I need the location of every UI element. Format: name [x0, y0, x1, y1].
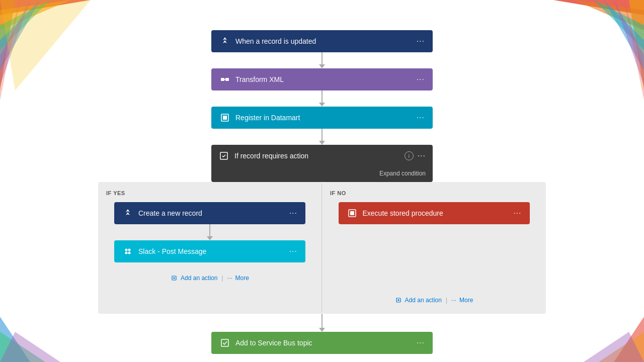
- connector-line-4: [321, 314, 323, 328]
- condition-header-left: If record requires action: [218, 150, 308, 161]
- info-icon[interactable]: i: [405, 151, 414, 160]
- slack-more[interactable]: ···: [289, 247, 297, 256]
- svg-point-30: [125, 249, 128, 251]
- no-add-action-btn[interactable]: Add an action: [391, 295, 446, 306]
- branch-yes-connector-arrow: [207, 236, 213, 240]
- svg-point-31: [128, 249, 131, 251]
- svg-rect-38: [350, 211, 354, 215]
- yes-add-action-label: Add an action: [181, 275, 217, 282]
- service-bus-node[interactable]: Add to Service Bus topic ···: [211, 332, 433, 354]
- svg-rect-26: [223, 116, 227, 120]
- execute-more[interactable]: ···: [513, 209, 521, 218]
- branch-no-actions: Add an action | ··· More: [391, 224, 477, 306]
- connector-line-2: [321, 90, 323, 103]
- connector-3: [319, 129, 325, 145]
- condition-header-right: i ···: [405, 151, 426, 160]
- svg-point-33: [128, 252, 131, 254]
- transform-label: Transform XML: [235, 75, 284, 83]
- condition-expand[interactable]: Expand condition: [211, 167, 433, 182]
- svg-marker-28: [126, 209, 130, 212]
- execute-icon: [347, 208, 358, 219]
- condition-more[interactable]: ···: [418, 151, 426, 160]
- svg-rect-42: [221, 339, 228, 346]
- connector-line-3: [321, 129, 323, 141]
- slack-left: Slack - Post Message: [122, 246, 206, 257]
- transform-icon: [219, 74, 230, 85]
- flow-container: When a record is updated ··· Transform X…: [0, 0, 644, 362]
- yes-add-action-btn[interactable]: Add an action: [167, 273, 221, 284]
- transform-node[interactable]: Transform XML ···: [211, 68, 433, 90]
- condition-label: If record requires action: [234, 152, 308, 160]
- create-record-left: Create a new record: [122, 208, 202, 219]
- transform-more[interactable]: ···: [417, 75, 425, 84]
- slack-icon: [122, 246, 133, 257]
- slack-label: Slack - Post Message: [138, 247, 206, 255]
- branch-no: IF NO Execute stored procedure ···: [322, 182, 546, 314]
- register-label: Register in Datamart: [235, 114, 300, 122]
- svg-marker-22: [223, 40, 227, 43]
- trigger-node[interactable]: When a record is updated ···: [211, 30, 433, 52]
- connector-arrow-4: [319, 328, 325, 332]
- svg-rect-23: [221, 78, 224, 81]
- yes-more-label: More: [235, 275, 249, 282]
- trigger-more[interactable]: ···: [417, 37, 425, 46]
- connector-arrow-1: [319, 64, 325, 68]
- branch-area: IF YES Create a new record ···: [98, 182, 546, 314]
- branch-yes: IF YES Create a new record ···: [98, 182, 322, 314]
- service-bus-label: Add to Service Bus topic: [235, 339, 312, 347]
- create-record-more[interactable]: ···: [289, 209, 297, 218]
- connector-4: [319, 314, 325, 332]
- register-node-left: Register in Datamart: [219, 112, 300, 123]
- register-more[interactable]: ···: [417, 113, 425, 122]
- create-record-label: Create a new record: [138, 209, 202, 217]
- transform-node-left: Transform XML: [219, 74, 284, 85]
- service-bus-left: Add to Service Bus topic: [219, 337, 312, 348]
- no-more-btn[interactable]: ··· More: [447, 295, 477, 306]
- service-bus-more[interactable]: ···: [417, 338, 425, 347]
- service-bus-icon: [219, 337, 230, 348]
- connector-2: [319, 90, 325, 107]
- trigger-label: When a record is updated: [235, 37, 316, 45]
- branch-yes-connector: [207, 224, 213, 240]
- create-record-node[interactable]: Create a new record ···: [114, 202, 305, 224]
- branch-yes-connector-line: [209, 224, 210, 236]
- condition-header[interactable]: If record requires action i ···: [211, 145, 433, 167]
- branch-yes-label: IF YES: [106, 190, 125, 196]
- register-icon: [219, 112, 230, 123]
- condition-icon: [218, 150, 229, 161]
- svg-marker-21: [223, 37, 227, 40]
- svg-point-32: [125, 252, 128, 254]
- create-record-icon: [122, 208, 133, 219]
- connector-1: [319, 52, 325, 68]
- branch-yes-actions: Add an action | ··· More: [167, 273, 253, 284]
- condition-block: If record requires action i ··· Expand c…: [211, 145, 433, 182]
- no-add-action-label: Add an action: [405, 297, 442, 304]
- connector-arrow-3: [319, 141, 325, 145]
- register-node[interactable]: Register in Datamart ···: [211, 107, 433, 129]
- slack-node[interactable]: Slack - Post Message ···: [114, 240, 305, 262]
- trigger-node-left: When a record is updated: [219, 36, 316, 47]
- svg-rect-24: [225, 78, 229, 81]
- connector-line-1: [321, 52, 323, 64]
- svg-marker-29: [126, 212, 130, 215]
- branch-no-label: IF NO: [330, 190, 346, 196]
- execute-label: Execute stored procedure: [363, 209, 443, 217]
- execute-node[interactable]: Execute stored procedure ···: [339, 202, 530, 224]
- trigger-icon: [219, 36, 230, 47]
- yes-more-dots: ···: [227, 275, 232, 282]
- no-more-dots: ···: [451, 297, 456, 304]
- yes-more-btn[interactable]: ··· More: [223, 273, 253, 284]
- execute-left: Execute stored procedure: [347, 208, 443, 219]
- connector-arrow-2: [319, 103, 325, 107]
- no-more-label: More: [459, 297, 473, 304]
